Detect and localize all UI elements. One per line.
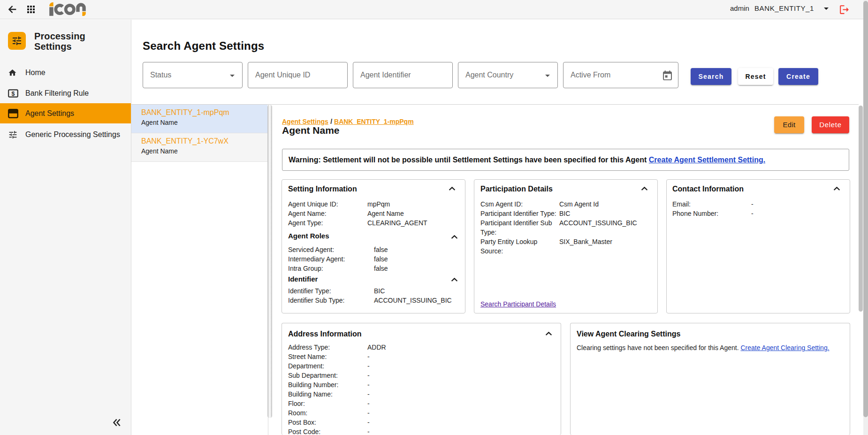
svg-text:$: $ <box>12 90 15 97</box>
